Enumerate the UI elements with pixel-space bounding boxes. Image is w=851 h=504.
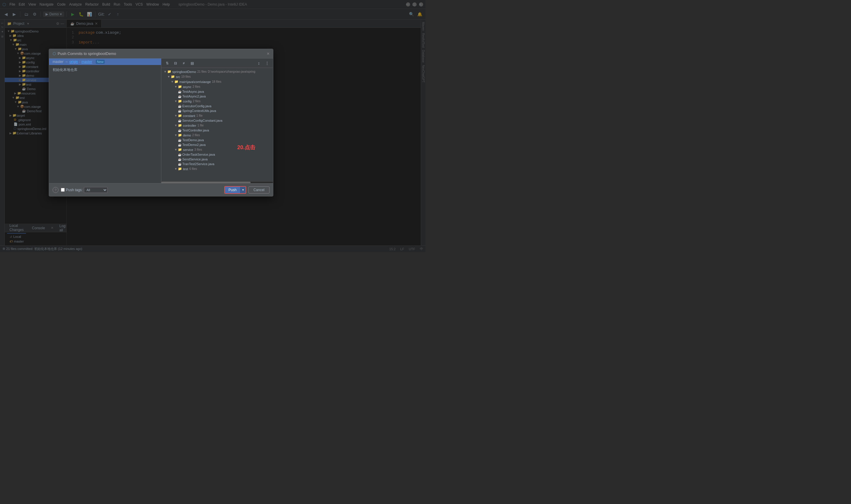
mtree-constant[interactable]: ▼ 📁 constant 1 file (161, 113, 273, 118)
collapse-all-button[interactable]: ⊟ (172, 60, 179, 67)
mtree-executorconfig[interactable]: ☕ ExecutorConfig.java (161, 104, 273, 108)
mtree-ordertaskservice[interactable]: ☕ OrderTaskService.java (161, 152, 273, 157)
push-button-wrapper: Push ▾ (224, 186, 246, 194)
mtree-testcontroller[interactable]: ☕ TestController.java (161, 128, 273, 133)
diff-button[interactable]: ≠ (180, 60, 187, 67)
mtree-config-label: config (183, 100, 192, 103)
modal-title-text: ⬡ Push Commits to springbootDemo (53, 51, 116, 56)
view-mode-button[interactable]: ▤ (188, 60, 196, 67)
branch-local-name: master (53, 60, 64, 64)
mtree-sendservice[interactable]: ☕ SendService.java (161, 157, 273, 162)
push-dropdown-button[interactable]: ▾ (240, 187, 246, 193)
mtree-testdemo2-label: TestDemo2.java (182, 143, 206, 146)
mtree-controller[interactable]: ▼ 📁 controller 1 file (161, 123, 273, 128)
mtree-demo-label: demo (183, 133, 191, 137)
mtree-springcontextutils[interactable]: ☕ SpringContextUtils.java (161, 108, 273, 113)
mtree-controller-label: controller (183, 124, 196, 127)
mtree-src[interactable]: ▼ 📁 src 19 files (161, 74, 273, 79)
commit-branch-row[interactable]: master → origin : master New (49, 58, 161, 65)
annotation-click: 20.点击 (237, 144, 255, 151)
mtree-serviceconfigconstant-label: ServiceConfigConstant.java (182, 119, 222, 122)
modal-right-toolbar: ⇅ ⊟ ≠ ▤ ↕ ⋮ (161, 58, 273, 68)
expand-all-button[interactable]: ⇅ (164, 60, 171, 67)
mtree-testasync-label: TestAsync.java (182, 90, 204, 93)
mtree-testasync2-label: TestAsync2.java (182, 94, 206, 98)
mtree-src-label: src (176, 75, 180, 78)
group-button[interactable]: ⋮ (264, 60, 271, 67)
commit-message: 初始化本地仓库 (53, 67, 77, 72)
modal-left-panel: master → origin : master New 初始化本地仓库 (49, 58, 161, 183)
mtree-serviceconfigconstant[interactable]: ☕ ServiceConfigConstant.java (161, 118, 273, 123)
modal-header: ⬡ Push Commits to springbootDemo × (49, 49, 273, 58)
mtree-springcontextutils-label: SpringContextUtils.java (182, 109, 216, 112)
modal-footer: ? Push tags: All None Annotated Push ▾ C… (49, 183, 273, 196)
modal-title-icon: ⬡ (53, 51, 56, 56)
mtree-testcontroller-label: TestController.java (182, 128, 209, 132)
mtree-async-label: async (183, 85, 192, 89)
branch-new-tag: New (96, 60, 105, 64)
push-tags-select[interactable]: All None Annotated (84, 187, 108, 193)
mtree-testdemo2[interactable]: ☕ TestDemo2.java (161, 142, 273, 147)
mtree-async[interactable]: ▼ 📁 async 2 files (161, 84, 273, 89)
help-button[interactable]: ? (53, 187, 58, 193)
branch-remote-branch-name[interactable]: master (81, 60, 92, 64)
commit-list: 初始化本地仓库 (49, 65, 161, 183)
mtree-main-java-com-xiaoge[interactable]: ▼ 📁 main\java\com\xiaoge 18 files (161, 79, 273, 84)
commit-item-1[interactable]: 初始化本地仓库 (49, 66, 161, 74)
push-commits-modal: ⬡ Push Commits to springbootDemo × maste… (49, 49, 273, 196)
mtree-demo-folder[interactable]: ▼ 📁 demo 2 files (161, 133, 273, 138)
mtree-trantest2service-label: TranTest2Service.java (182, 162, 214, 166)
modal-close-button[interactable]: × (267, 51, 270, 56)
sort-button[interactable]: ↕ (255, 60, 262, 67)
mtree-testasync[interactable]: ☕ TestAsync.java (161, 89, 273, 94)
mtree-executorconfig-label: ExecutorConfig.java (182, 104, 211, 108)
modal-body: master → origin : master New 初始化本地仓库 (49, 58, 273, 183)
push-main-button[interactable]: Push (225, 187, 240, 193)
branch-arrow-icon: → (65, 60, 68, 64)
mtree-testdemo-label: TestDemo.java (182, 138, 204, 142)
mtree-main-label: main\java\com\xiaoge (179, 80, 211, 84)
mtree-service-label: service (183, 148, 193, 151)
mtree-trantest2service[interactable]: ☕ TranTest2Service.java 20.点击 (161, 162, 273, 166)
push-tags-section: Push tags: All None Annotated (61, 187, 108, 193)
modal-right-panel: ⇅ ⊟ ≠ ▤ ↕ ⋮ ▼ 📁 springbootDemo 21 f (161, 58, 273, 183)
mtree-service-folder[interactable]: ▼ 📁 service 3 files (161, 147, 273, 152)
mtree-test-folder[interactable]: ▼ 📁 test 6 files (161, 166, 273, 172)
mtree-config[interactable]: ▼ 📁 config 2 files (161, 99, 273, 104)
mtree-root-label: springbootDemo (172, 70, 196, 74)
branch-separator: : (79, 60, 80, 64)
mtree-ordertaskservice-label: OrderTaskService.java (182, 153, 215, 156)
modal-file-tree: ▼ 📁 springbootDemo 21 files D:\workspace… (161, 68, 273, 181)
push-tags-checkbox[interactable] (61, 188, 65, 192)
mtree-root-path: D:\workspace\zhangxiao-java\spring (208, 70, 255, 73)
mtree-constant-label: constant (183, 114, 195, 118)
branch-remote-name[interactable]: origin (69, 60, 78, 64)
cancel-button[interactable]: Cancel (249, 186, 270, 194)
mtree-test-label: test (183, 167, 188, 171)
mtree-sendservice-label: SendService.java (182, 158, 208, 161)
mtree-testasync2[interactable]: ☕ TestAsync2.java (161, 94, 273, 99)
mtree-testdemo[interactable]: ☕ TestDemo.java (161, 138, 273, 142)
mtree-springbootdemo[interactable]: ▼ 📁 springbootDemo 21 files D:\workspace… (161, 69, 273, 74)
modal-overlay: ⬡ Push Commits to springbootDemo × maste… (0, 0, 426, 252)
push-tags-label: Push tags: (66, 188, 83, 192)
